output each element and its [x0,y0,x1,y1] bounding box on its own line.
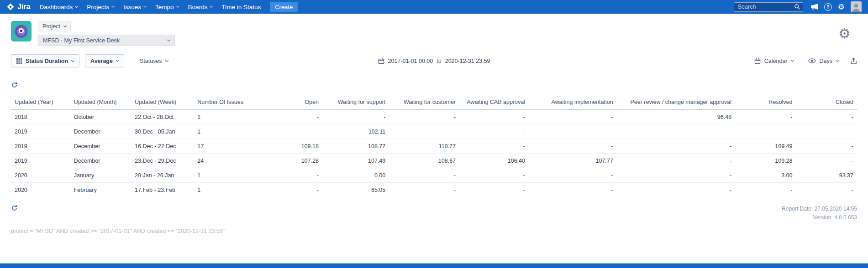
chevron-down-icon [165,58,168,62]
nav-item-tempo[interactable]: Tempo [155,4,179,10]
refresh-icon[interactable] [11,205,18,211]
table-cell: January [70,168,131,183]
project-select[interactable]: MFSD - My First Service Desk [38,35,175,46]
table-cell: - [529,124,617,139]
table-cell: - [263,124,322,139]
table-cell: 107.49 [322,154,389,168]
settings-icon[interactable]: ⚙ [838,3,845,11]
table-cell: 2020 [11,168,70,183]
table-cell: - [263,168,322,183]
table-cell: 2020 [11,183,70,197]
table-cell: 24 [194,154,263,168]
nav-item-issues[interactable]: Issues [123,4,146,10]
nav-item-projects[interactable]: Projects [87,4,114,10]
create-button[interactable]: Create [270,2,298,12]
column-header[interactable]: Awaiting CAB approval [459,95,529,110]
project-type-button[interactable]: Project [38,21,71,31]
column-header[interactable]: Peer review / change manager approval [617,95,735,110]
jql-query-text: project = "MFSD" AND created >= "2017-01… [11,228,857,234]
table-cell: - [263,110,322,124]
toolbar-divider [0,75,868,75]
table-cell: December [70,154,131,168]
table-cell: 108.77 [322,139,389,154]
report-type-button[interactable]: Status Duration [11,54,79,67]
project-header: Project MFSD - My First Service Desk ⚙ [11,21,857,46]
metric-button[interactable]: Average [85,54,124,67]
page: Jira DashboardsProjectsIssuesTempoBoards… [0,0,868,268]
calendar-dropdown-label: Calendar [764,58,788,64]
table-cell: December [70,124,131,139]
column-header[interactable]: Updated (Year) [11,95,70,110]
table-cell: 107.77 [529,154,617,168]
main-nav: DashboardsProjectsIssuesTempoBoardsTime … [39,4,261,10]
user-avatar[interactable] [851,1,862,12]
table-cell: 1 [194,124,263,139]
nav-item-label: Projects [87,4,109,10]
chevron-down-icon [111,5,115,8]
report-settings-gear-icon[interactable]: ⚙ [838,27,851,41]
chevron-down-icon [790,58,794,62]
table-cell: February [70,183,131,197]
table-cell: - [617,139,735,154]
table-cell: 3.00 [735,168,796,183]
table-cell: 93.37 [796,168,857,183]
report-table: Updated (Year)Updated (Month)Updated (We… [11,95,857,197]
column-header[interactable]: Open [263,95,322,110]
chevron-down-icon [75,5,78,8]
table-cell: 110.77 [389,139,459,154]
table-cell: - [529,183,617,197]
column-header[interactable]: Resolved [735,95,796,110]
search-input[interactable] [734,2,803,12]
report-content: Project MFSD - My First Service Desk ⚙ S… [0,14,868,263]
nav-item-label: Boards [188,4,208,10]
date-range-picker[interactable]: 2017-01-01 00:00 to 2020-12-31 23:59 [378,58,490,64]
table-header-row: Updated (Year)Updated (Month)Updated (We… [11,95,857,110]
column-header[interactable]: Updated (Month) [70,95,131,110]
table-cell: - [796,183,857,197]
table-cell: - [796,154,857,168]
table-cell: 17.Feb - 23.Feb [131,183,194,197]
table-cell: - [459,168,529,183]
column-header[interactable]: Updated (Week) [131,95,194,110]
table-cell: - [529,110,617,124]
project-type-label: Project [42,23,60,30]
column-header[interactable]: Awaiting implementation [529,95,617,110]
table-cell: - [529,168,617,183]
jira-logo[interactable]: Jira [6,3,30,11]
navbar-right: ? ⚙ [734,1,862,12]
table-cell: 109.18 [263,139,322,154]
table-cell: 106.40 [459,154,529,168]
statuses-dropdown[interactable]: Statuses [137,58,171,64]
version-label: Version: 4.8.0.653 [782,213,857,222]
column-header[interactable]: Closed [796,95,857,110]
announcement-icon[interactable] [811,4,818,10]
column-header[interactable]: Number Of Issues [194,95,263,110]
nav-item-boards[interactable]: Boards [188,4,213,10]
column-header[interactable]: Waiting for customer [389,95,459,110]
table-row: 2019December30.Dec - 05.Jan1-102.11-----… [11,124,857,139]
refresh-icon[interactable] [11,82,18,88]
report-footer: Report Date: 27.05.2020 14:55 Version: 4… [11,205,857,222]
table-cell: 22.Oct - 28.Oct [131,110,194,124]
table-cell: 65.05 [322,183,389,197]
nav-item-time-in-status[interactable]: Time in Status [221,4,261,10]
table-cell: 1 [194,168,263,183]
table-cell: 16.Dec - 22.Dec [131,139,194,154]
table-cell: - [735,110,796,124]
export-icon[interactable] [850,57,857,65]
table-cell: - [735,183,796,197]
unit-dropdown[interactable]: Days [805,58,841,64]
column-header[interactable]: Waiting for support [322,95,389,110]
table-cell: 96.48 [617,110,735,124]
nav-item-dashboards[interactable]: Dashboards [39,4,78,10]
nav-item-label: Tempo [155,4,174,10]
search-icon[interactable] [794,4,800,10]
chevron-down-icon [836,58,839,62]
help-icon[interactable]: ? [824,3,832,11]
calendar-dropdown[interactable]: Calendar [752,58,796,64]
bottom-bar [0,263,868,268]
eye-icon [808,58,816,63]
table-cell: - [459,139,529,154]
table-cell: - [617,124,735,139]
chevron-down-icon [210,5,213,8]
